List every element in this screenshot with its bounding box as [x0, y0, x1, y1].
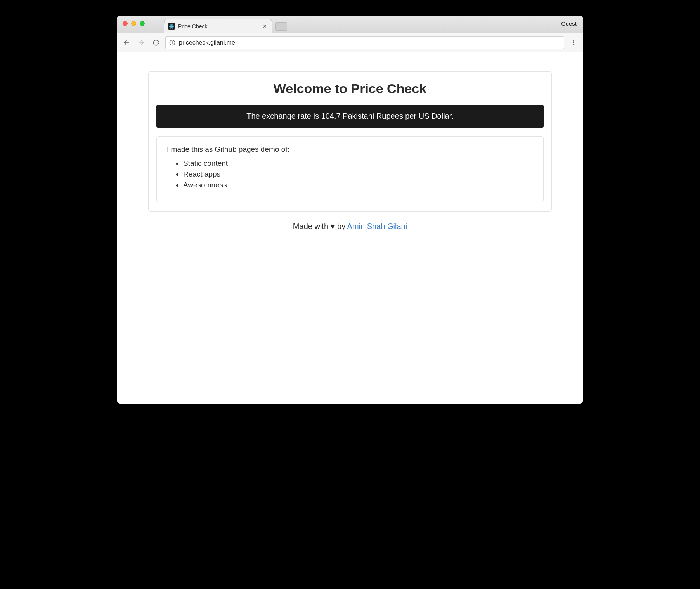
url-text: pricecheck.gilani.me	[179, 39, 235, 46]
browser-toolbar: pricecheck.gilani.me	[117, 33, 583, 52]
browser-window: Price Check × Guest pricecheck.gilani.me…	[117, 16, 583, 404]
new-tab-button[interactable]	[275, 22, 287, 31]
author-link[interactable]: Amin Shah Gilani	[347, 222, 407, 230]
site-info-icon[interactable]	[169, 39, 176, 46]
browser-tab[interactable]: Price Check ×	[164, 19, 272, 33]
maximize-window-button[interactable]	[140, 21, 145, 26]
forward-button[interactable]	[136, 37, 147, 48]
svg-point-8	[172, 41, 172, 42]
react-favicon-icon	[168, 23, 175, 30]
tab-close-button[interactable]: ×	[262, 23, 268, 30]
browser-menu-button[interactable]	[568, 37, 579, 48]
svg-point-0	[171, 26, 172, 26]
titlebar: Price Check × Guest	[117, 16, 583, 33]
footer-prefix: Made with	[293, 222, 331, 230]
page-viewport: Welcome to Price Check The exchange rate…	[117, 52, 583, 404]
list-item: React apps	[183, 170, 533, 178]
profile-label[interactable]: Guest	[561, 20, 577, 27]
page-title: Welcome to Price Check	[156, 81, 544, 96]
reload-button[interactable]	[151, 37, 161, 48]
demo-list: Static content React apps Awesomness	[167, 159, 533, 189]
close-window-button[interactable]	[123, 21, 128, 26]
window-controls	[123, 21, 145, 26]
page-footer: Made with ♥ by Amin Shah Gilani	[129, 222, 571, 231]
address-bar[interactable]: pricecheck.gilani.me	[165, 36, 564, 49]
list-item: Awesomness	[183, 181, 533, 189]
svg-point-11	[573, 44, 574, 45]
list-item: Static content	[183, 159, 533, 168]
demo-info-box: I made this as Github pages demo of: Sta…	[156, 136, 544, 202]
footer-by: by	[335, 222, 347, 230]
heart-icon: ♥	[331, 222, 335, 230]
back-button[interactable]	[121, 37, 132, 48]
main-card: Welcome to Price Check The exchange rate…	[148, 71, 552, 212]
svg-point-10	[573, 42, 574, 43]
minimize-window-button[interactable]	[131, 21, 136, 26]
tab-title: Price Check	[178, 23, 258, 29]
exchange-rate-banner: The exchange rate is 104.7 Pakistani Rup…	[156, 105, 544, 128]
demo-intro: I made this as Github pages demo of:	[167, 145, 533, 154]
svg-point-9	[573, 40, 574, 42]
